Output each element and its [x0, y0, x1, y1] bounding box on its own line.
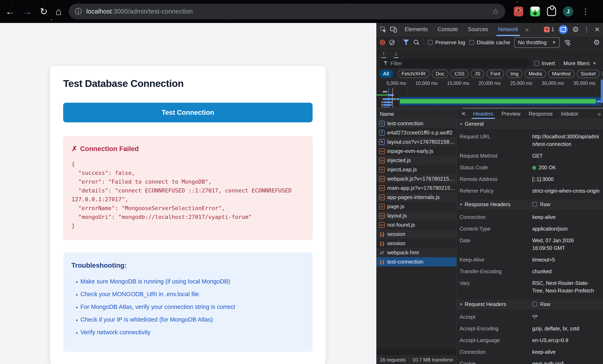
invert-checkbox[interactable]: Invert	[534, 60, 555, 67]
ai-assistant-icon[interactable]	[559, 25, 568, 34]
table-row[interactable]: <>injected.js	[377, 156, 457, 165]
collapse-triangle-icon[interactable]: ▼	[460, 122, 463, 126]
tab-initiator[interactable]: Initiator	[557, 109, 582, 119]
extensions-puzzle-icon[interactable]	[547, 7, 556, 16]
table-row[interactable]: <>not-found.js	[377, 220, 457, 229]
profile-avatar[interactable]: J	[563, 6, 573, 17]
js-icon: <>	[379, 204, 385, 209]
export-har-icon[interactable]: ↓	[393, 51, 399, 56]
table-row[interactable]: <>main-app.js?v=1767802158...	[377, 183, 457, 193]
chip-css[interactable]: CSS	[451, 70, 468, 78]
filter-icon	[383, 61, 387, 65]
chip-socket[interactable]: Socket	[577, 70, 600, 78]
table-row[interactable]: <>webpack.js?v=17678021587...	[377, 174, 457, 183]
reload-icon[interactable]: ↻	[40, 7, 48, 16]
table-row[interactable]: <>layout.js	[377, 211, 457, 220]
inspect-element-icon[interactable]	[379, 25, 388, 34]
table-row[interactable]: <>injectLeap.js	[377, 165, 457, 174]
tab-network[interactable]: Network	[493, 23, 523, 36]
table-row-selected[interactable]: {;}test-connection	[377, 257, 457, 266]
more-detail-tabs-icon[interactable]: »	[597, 111, 601, 117]
bookmark-star-icon[interactable]: ☆	[492, 7, 499, 16]
clear-network-log-icon[interactable]	[389, 40, 394, 45]
table-row[interactable]: {;}session	[377, 229, 457, 239]
network-conditions-icon[interactable]	[564, 39, 572, 46]
home-icon[interactable]: ⌂	[56, 6, 62, 17]
filter-input[interactable]	[390, 60, 526, 67]
browser-menu-icon[interactable]: ⋮	[582, 7, 589, 16]
console-error-badge[interactable]: ✕1	[544, 26, 554, 32]
collapse-triangle-icon[interactable]: ▼	[460, 203, 463, 206]
tab-preview[interactable]: Preview	[497, 109, 524, 119]
preserve-log-checkbox[interactable]: Preserve log	[428, 39, 465, 46]
record-network-log-icon[interactable]	[380, 40, 385, 45]
disable-cache-checkbox[interactable]: Disable cache	[469, 39, 510, 46]
chip-manifest[interactable]: Manifest	[548, 70, 575, 78]
import-har-icon[interactable]: ↑	[381, 51, 387, 56]
chip-fetch-xhr[interactable]: Fetch/XHR	[398, 70, 429, 78]
close-details-icon[interactable]: ✕	[458, 111, 469, 117]
extension-icon-frog[interactable]	[530, 7, 540, 16]
collapse-triangle-icon[interactable]: ▼	[460, 303, 463, 306]
name-column-header[interactable]: Name	[377, 109, 457, 119]
checkbox-icon[interactable]	[469, 40, 474, 45]
waterfall-bar	[382, 102, 383, 103]
checkbox-icon[interactable]	[532, 202, 537, 207]
request-headers-section-header[interactable]: ▼ Request Headers Raw	[457, 299, 603, 309]
throttling-dropdown[interactable]: No throttling▼	[514, 37, 560, 48]
devtools-settings-gear-icon[interactable]: ⚙	[572, 26, 579, 33]
table-row[interactable]: {;}session	[377, 239, 457, 248]
tab-elements[interactable]: Elements	[400, 23, 432, 36]
chip-js[interactable]: JS	[471, 70, 484, 78]
back-icon[interactable]: ←	[5, 7, 15, 16]
overview-hscrollbar[interactable]	[377, 107, 603, 109]
table-row[interactable]: ≡test-connection	[377, 119, 457, 128]
table-row[interactable]: <>app-pages-internals.js	[377, 193, 457, 202]
list-hscrollbar[interactable]	[377, 349, 457, 356]
extension-icon-red[interactable]	[514, 7, 523, 16]
network-overview-timeline[interactable]: 5,000 ms 10,000 ms 15,000 ms 20,000 ms 2…	[377, 79, 603, 109]
tab-response[interactable]: Response	[525, 109, 557, 119]
table-row[interactable]: <>page.js	[377, 202, 457, 211]
filter-funnel-icon[interactable]	[403, 40, 409, 45]
forward-icon[interactable]: →	[23, 7, 32, 16]
more-filters-dropdown[interactable]: More filters▼	[563, 60, 596, 67]
site-info-icon[interactable]: ⓘ	[75, 7, 82, 16]
chip-all[interactable]: All	[379, 70, 393, 78]
tab-console[interactable]: Console	[433, 23, 463, 36]
tab-headers[interactable]: Headers	[469, 109, 497, 119]
browser-toolbar: ← → ↻ ⌂ ⓘ localhost:3000/admin/test-conn…	[0, 0, 603, 23]
url-text: localhost:3000/admin/test-connection	[86, 8, 488, 15]
header-row: VaryRSC, Next-Router-State-Tree, Next-Ro…	[457, 277, 603, 296]
table-row[interactable]: ✎layout.css?v=1767802158750	[377, 137, 457, 147]
general-section-header[interactable]: ▼ General	[457, 119, 603, 129]
device-toolbar-icon[interactable]	[389, 25, 398, 34]
divider	[399, 26, 399, 33]
chip-img[interactable]: Img	[506, 70, 522, 78]
devtools-close-icon[interactable]: ✕	[594, 26, 600, 34]
search-icon[interactable]	[413, 39, 419, 46]
response-headers-section-header[interactable]: ▼ Response Headers Raw	[457, 200, 603, 209]
more-tabs-icon[interactable]: »	[524, 26, 530, 33]
chip-media[interactable]: Media	[525, 70, 546, 78]
devtools-menu-icon[interactable]: ⋮	[583, 26, 590, 34]
network-settings-gear-icon[interactable]: ⚙	[593, 39, 600, 46]
failed-x-icon: ✗	[71, 145, 77, 153]
checkbox-icon[interactable]	[534, 61, 539, 66]
tab-sources[interactable]: Sources	[463, 23, 493, 36]
table-row[interactable]: ⇄webpack-hmr	[377, 248, 457, 257]
json-icon: {;}	[379, 259, 385, 265]
raw-checkbox[interactable]: Raw	[532, 301, 550, 307]
test-connection-button[interactable]: Test Connection	[63, 103, 313, 122]
chip-font[interactable]: Font	[487, 70, 504, 78]
raw-checkbox[interactable]: Raw	[532, 202, 550, 207]
table-row[interactable]: <>inpage-evm-early.js	[377, 147, 457, 156]
overview-scrollbar-thumb[interactable]	[601, 79, 603, 103]
request-header-rows: Accept*/* Accept-Encodinggzip, deflate, …	[457, 309, 603, 364]
chip-doc[interactable]: Doc	[432, 70, 448, 78]
checkbox-icon[interactable]	[532, 302, 537, 307]
table-row[interactable]: Te4af272ccee01ff0-s.p.woff2	[377, 128, 457, 137]
checkbox-icon[interactable]	[428, 40, 433, 45]
chip-wasm[interactable]: Wasm	[602, 70, 603, 78]
address-bar[interactable]: ⓘ localhost:3000/admin/test-connection ☆	[69, 4, 505, 19]
